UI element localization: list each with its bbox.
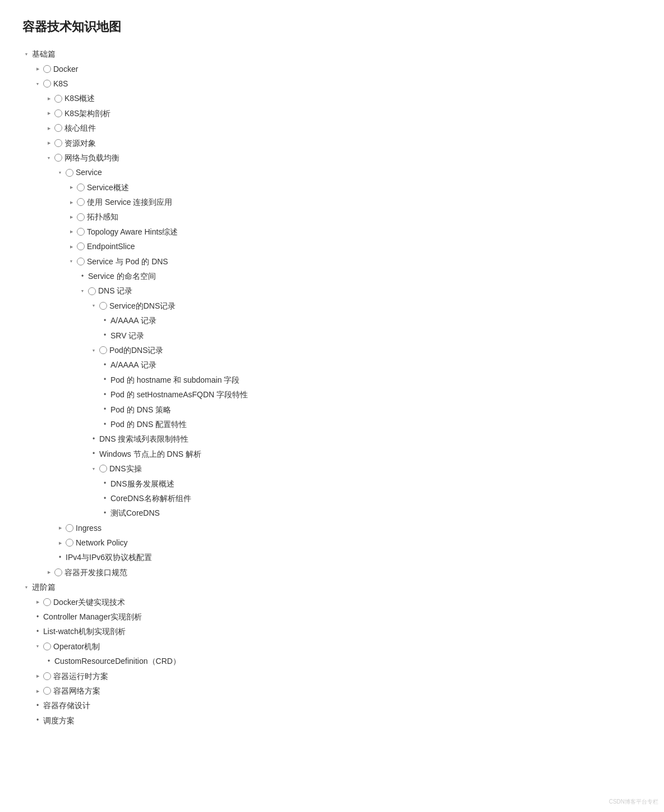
item-label-a-aaaa-records: A/AAAA 记录 — [110, 314, 156, 327]
tree-item-service: ServiceService概述使用 Service 连接到应用拓扑感知Topo… — [22, 165, 642, 520]
item-label-list-watch: List-watch机制实现剖析 — [43, 625, 126, 637]
circle-icon — [54, 109, 62, 117]
subtree-operator: CustomResourceDefinition（CRD） — [22, 654, 642, 668]
tree-row-controller-manager[interactable]: Controller Manager实现剖析 — [22, 609, 642, 624]
tree-row-pod-dns-records[interactable]: Pod的DNS记录 — [22, 343, 642, 357]
tree-row-network-lb[interactable]: 网络与负载均衡 — [22, 150, 642, 165]
tree-row-crd[interactable]: CustomResourceDefinition（CRD） — [22, 654, 642, 668]
tree-row-dns-practice[interactable]: DNS实操 — [22, 461, 642, 476]
tree-row-scheduling[interactable]: 调度方案 — [22, 713, 642, 728]
tree-row-dns-service-overview[interactable]: DNS服务发展概述 — [22, 476, 642, 491]
tree-row-resources[interactable]: 资源对象 — [22, 136, 642, 150]
tree-row-pod-hostname-subdomain[interactable]: Pod 的 hostname 和 subdomain 字段 — [22, 373, 642, 387]
tree-item-k8s: K8SK8S概述K8S架构剖析核心组件资源对象网络与负载均衡ServiceSer… — [22, 76, 642, 580]
tree-row-network-policy[interactable]: Network Policy — [22, 535, 642, 550]
tree-item-topology-hints: Topology Aware Hints综述 — [22, 224, 642, 239]
tree-row-pod-set-hostname[interactable]: Pod 的 setHostnameAsFQDN 字段特性 — [22, 387, 642, 402]
tree-item-advanced: 进阶篇Docker关键实现技术Controller Manager实现剖析Lis… — [22, 580, 642, 728]
tree-item-docker: Docker — [22, 62, 642, 76]
tree-item-pod-dns-records: Pod的DNS记录A/AAAA 记录Pod 的 hostname 和 subdo… — [22, 343, 642, 432]
dot-icon — [34, 628, 42, 636]
tree-row-docker[interactable]: Docker — [22, 62, 642, 76]
tree-row-k8s[interactable]: K8S — [22, 76, 642, 91]
item-label-service-namespace: Service 的命名空间 — [88, 270, 156, 282]
tree-row-container-api[interactable]: 容器开发接口规范 — [22, 565, 642, 580]
dot-icon — [79, 272, 86, 280]
tree-row-pod-dns-config[interactable]: Pod 的 DNS 配置特性 — [22, 417, 642, 432]
circle-icon — [54, 139, 62, 147]
tree-row-topology[interactable]: 拓扑感知 — [22, 209, 642, 224]
tree-row-srv-records[interactable]: SRV 记录 — [22, 328, 642, 343]
tree-item-dns-search-limit: DNS 搜索域列表限制特性 — [22, 432, 642, 446]
tree-row-ipv4-ipv6[interactable]: IPv4与IPv6双协议栈配置 — [22, 550, 642, 565]
tree-row-endpoint-slice[interactable]: EndpointSlice — [22, 239, 642, 254]
arrow-down-icon — [90, 465, 98, 472]
tree-row-container-runtime[interactable]: 容器运行时方案 — [22, 669, 642, 683]
tree-row-operator[interactable]: Operator机制 — [22, 639, 642, 654]
tree-item-srv-records: SRV 记录 — [22, 328, 642, 343]
item-label-controller-manager: Controller Manager实现剖析 — [43, 611, 142, 623]
tree-row-service-overview[interactable]: Service概述 — [22, 180, 642, 195]
item-label-endpoint-slice: EndpointSlice — [87, 240, 135, 253]
circle-icon-service-pod-dns — [77, 258, 85, 265]
arrow-right-icon — [56, 524, 64, 532]
circle-icon — [77, 242, 85, 250]
tree-item-endpoint-slice: EndpointSlice — [22, 239, 642, 254]
tree-row-container-storage[interactable]: 容器存储设计 — [22, 698, 642, 713]
arrow-right-icon — [34, 65, 42, 73]
tree-row-service-pod-dns[interactable]: Service 与 Pod 的 DNS — [22, 254, 642, 269]
tree-row-service-connect[interactable]: 使用 Service 连接到应用 — [22, 195, 642, 209]
tree-row-k8s-arch[interactable]: K8S架构剖析 — [22, 106, 642, 121]
item-label-topology: 拓扑感知 — [87, 210, 118, 223]
item-label-pod-dns-config: Pod 的 DNS 配置特性 — [110, 418, 187, 430]
circle-icon — [77, 213, 85, 221]
item-label-test-coredns: 测试CoreDNS — [110, 507, 160, 519]
item-label-ingress: Ingress — [76, 522, 102, 534]
tree-row-basics[interactable]: 基础篇 — [22, 47, 642, 61]
subtree-pod-dns-records: A/AAAA 记录Pod 的 hostname 和 subdomain 字段Po… — [22, 357, 642, 432]
arrow-down-icon — [34, 80, 42, 88]
tree-row-service-namespace[interactable]: Service 的命名空间 — [22, 269, 642, 283]
tree-item-pod-a-aaaa: A/AAAA 记录 — [22, 357, 642, 372]
tree-row-a-aaaa-records[interactable]: A/AAAA 记录 — [22, 313, 642, 328]
tree-row-service[interactable]: Service — [22, 165, 642, 180]
dot-icon — [101, 376, 109, 384]
arrow-down-icon — [34, 643, 42, 650]
tree-row-pod-dns-policy[interactable]: Pod 的 DNS 策略 — [22, 402, 642, 417]
dot-icon — [101, 420, 109, 428]
circle-icon-dns-records — [88, 287, 96, 295]
arrow-down-icon — [56, 169, 64, 177]
tree-row-ingress[interactable]: Ingress — [22, 521, 642, 535]
tree-row-pod-a-aaaa[interactable]: A/AAAA 记录 — [22, 357, 642, 372]
tree-row-dns-records[interactable]: DNS 记录 — [22, 283, 642, 298]
tree-row-docker-key-tech[interactable]: Docker关键实现技术 — [22, 595, 642, 609]
tree-row-test-coredns[interactable]: 测试CoreDNS — [22, 506, 642, 520]
circle-icon — [43, 65, 51, 73]
item-label-docker: Docker — [53, 63, 78, 75]
tree-row-service-dns-records[interactable]: Service的DNS记录 — [22, 299, 642, 313]
tree-root: 基础篇DockerK8SK8S概述K8S架构剖析核心组件资源对象网络与负载均衡S… — [22, 47, 642, 728]
tree-row-k8s-overview[interactable]: K8S概述 — [22, 91, 642, 105]
tree-row-core-components[interactable]: 核心组件 — [22, 121, 642, 135]
tree-row-advanced[interactable]: 进阶篇 — [22, 580, 642, 594]
tree-row-container-network[interactable]: 容器网络方案 — [22, 683, 642, 698]
arrow-right-icon — [34, 598, 42, 606]
arrow-down-icon — [90, 346, 98, 354]
item-label-crd: CustomResourceDefinition（CRD） — [54, 655, 181, 667]
item-label-docker-key-tech: Docker关键实现技术 — [53, 596, 125, 608]
subtree-k8s: K8S概述K8S架构剖析核心组件资源对象网络与负载均衡ServiceServic… — [22, 91, 642, 580]
tree-row-topology-hints[interactable]: Topology Aware Hints综述 — [22, 224, 642, 239]
tree-row-dns-search-limit[interactable]: DNS 搜索域列表限制特性 — [22, 432, 642, 446]
tree-item-service-overview: Service概述 — [22, 180, 642, 195]
tree-item-service-dns-records: Service的DNS记录A/AAAA 记录SRV 记录 — [22, 299, 642, 343]
tree-row-list-watch[interactable]: List-watch机制实现剖析 — [22, 624, 642, 639]
tree-item-basics: 基础篇DockerK8SK8S概述K8S架构剖析核心组件资源对象网络与负载均衡S… — [22, 47, 642, 580]
item-label-pod-a-aaaa: A/AAAA 记录 — [110, 359, 156, 371]
item-label-network-policy: Network Policy — [76, 536, 128, 549]
tree-item-container-storage: 容器存储设计 — [22, 698, 642, 713]
tree-row-windows-dns[interactable]: Windows 节点上的 DNS 解析 — [22, 447, 642, 461]
item-label-container-network: 容器网络方案 — [53, 685, 100, 697]
tree-row-coredns[interactable]: CoreDNS名称解析组件 — [22, 491, 642, 506]
tree-item-a-aaaa-records: A/AAAA 记录 — [22, 313, 642, 328]
arrow-right-icon — [67, 242, 75, 250]
